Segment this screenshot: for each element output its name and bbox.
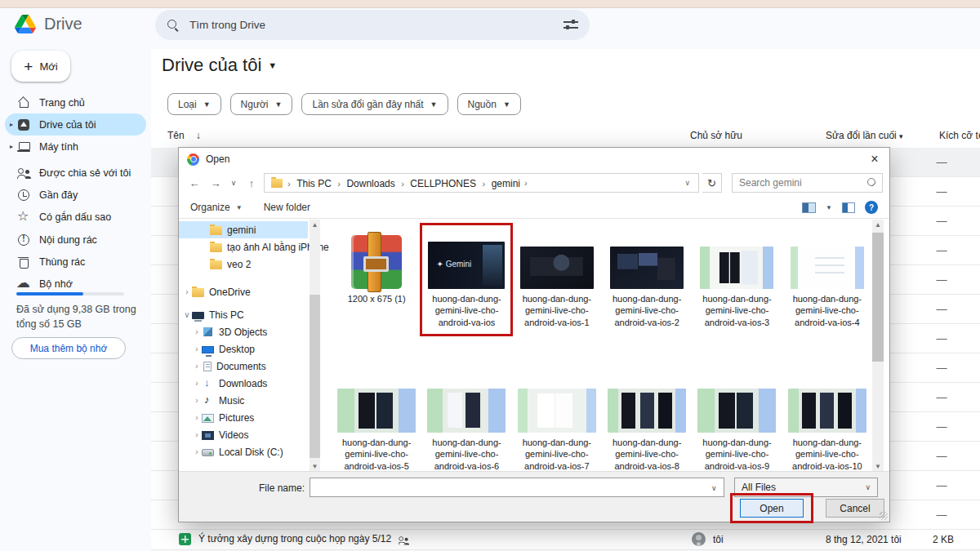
file-item[interactable]: 980 x 551 (1): [332, 226, 421, 370]
sidebar-item[interactable]: Được chia sẻ với tôi: [5, 162, 146, 184]
file-item[interactable]: huong-dan-dung-gemini-live-cho-android-v…: [693, 226, 781, 370]
address-bar[interactable]: › This PC › Downloads › CELLPHONES: [264, 173, 699, 193]
breadcrumb-item[interactable]: Downloads: [344, 178, 397, 189]
scrollbar-thumb[interactable]: [872, 233, 884, 362]
grid-scrollbar[interactable]: ▲ ▼: [872, 220, 884, 473]
breadcrumb-item[interactable]: gemini: [489, 178, 523, 189]
tree-item[interactable]: › Local Disk (C:): [179, 443, 308, 460]
tree-item[interactable]: › Downloads: [179, 375, 308, 392]
table-row-sheet[interactable]: Ý tưởng xây dựng trong cuộc họp ngày 5/1…: [151, 530, 980, 550]
tree-chevron-icon[interactable]: ›: [192, 327, 202, 336]
tree-item[interactable]: › OneDrive: [179, 283, 308, 300]
sidebar-item-label: Được chia sẻ với tôi: [39, 167, 131, 179]
tree-chevron-icon[interactable]: ›: [192, 447, 202, 456]
tree-chevron-icon[interactable]: ›: [182, 287, 192, 296]
sidebar-item[interactable]: Nội dung rác: [5, 229, 146, 251]
tree-item[interactable]: › Documents: [179, 358, 308, 375]
chevron-down-icon[interactable]: ▼: [826, 204, 832, 211]
file-item[interactable]: huong-dan-dung-gemini-live-cho-android-v…: [513, 370, 601, 473]
tree-chevron-icon[interactable]: ›: [192, 362, 202, 371]
sort-descending-icon[interactable]: ↓: [196, 130, 201, 141]
file-item[interactable]: huong-dan-dung-gemini-live-cho-android-v…: [783, 226, 871, 370]
drive-search-bar[interactable]: Tìm trong Drive: [155, 10, 590, 40]
file-item[interactable]: huong-dan-dung-gemini-live-cho-android-v…: [693, 370, 781, 473]
buy-storage-button[interactable]: Mua thêm bộ nhớ: [11, 337, 126, 359]
preview-pane-icon[interactable]: [842, 202, 855, 213]
sidebar-item[interactable]: ▸ Máy tính: [5, 136, 146, 158]
view-options-icon[interactable]: [802, 202, 816, 213]
file-card: huong-dan-dung-gemini-live-cho-android-v…: [693, 370, 780, 473]
tree-item[interactable]: › Music: [179, 392, 308, 409]
forward-button[interactable]: →: [207, 177, 225, 189]
spreadsheet-icon: [179, 533, 191, 545]
tree-item-icon: [202, 378, 214, 389]
tree-chevron-icon[interactable]: ›: [192, 344, 202, 353]
address-dropdown-chevron[interactable]: ∨: [679, 179, 695, 187]
page-title[interactable]: Drive của tôi ▼: [162, 55, 277, 76]
sidebar-item[interactable]: Bộ nhớ: [5, 273, 146, 295]
filter-chip[interactable]: Lần sửa đổi gần đây nhất ▼: [301, 93, 448, 115]
file-label: huong-dan-dung-gemini-live-cho-android-v…: [786, 293, 869, 328]
tree-scrollbar[interactable]: ▲ ▼: [310, 220, 320, 473]
new-button[interactable]: + Mới: [11, 51, 70, 82]
sidebar-item[interactable]: Có gắn dấu sao: [5, 206, 146, 228]
sidebar-item[interactable]: Trang chủ: [5, 91, 146, 113]
file-item[interactable]: ✦ Gemini huong-dan-dung-gemini-live-cho-…: [422, 226, 510, 370]
tree-item[interactable]: tạo ảnh AI bằng iPhone: [179, 238, 308, 256]
dialog-title-bar[interactable]: Open: [179, 148, 889, 171]
tree-item[interactable]: › Desktop: [179, 340, 308, 358]
tree-item[interactable]: › Videos: [179, 426, 308, 443]
tree-item[interactable]: gemini: [179, 221, 308, 238]
organize-button[interactable]: Organize ▼: [190, 202, 243, 213]
file-thumbnail: ✦ Gemini: [428, 242, 505, 289]
cancel-button[interactable]: Cancel: [826, 499, 884, 518]
file-name-input[interactable]: [310, 478, 724, 497]
tree-chevron-icon[interactable]: ›: [192, 379, 202, 388]
column-owner[interactable]: Chủ sở hữu: [690, 130, 742, 141]
tree-item-label: gemini: [227, 224, 256, 236]
refresh-icon[interactable]: ↻: [702, 173, 722, 193]
column-name[interactable]: Tên ↓: [167, 130, 201, 141]
scroll-up-icon[interactable]: ▲: [310, 220, 320, 231]
close-icon[interactable]: ×: [865, 150, 884, 168]
up-button[interactable]: ↑: [243, 177, 261, 189]
search-filters-icon[interactable]: [564, 19, 578, 32]
tree-item[interactable]: ∨ This PC: [179, 306, 308, 323]
column-size[interactable]: Kích cỡ tệ: [939, 130, 980, 141]
filter-chip[interactable]: Nguồn ▼: [457, 93, 521, 115]
breadcrumb-item[interactable]: This PC: [294, 178, 334, 189]
file-item[interactable]: huong-dan-dung-gemini-live-cho-android-v…: [603, 370, 691, 473]
column-modified[interactable]: Sửa đổi lần cuối ▾: [826, 130, 903, 141]
breadcrumb-item[interactable]: CELLPHONES: [408, 178, 479, 189]
file-item[interactable]: huong-dan-dung-gemini-live-cho-android-v…: [513, 226, 601, 370]
tree-item[interactable]: › 3D Objects: [179, 323, 308, 340]
new-folder-button[interactable]: New folder: [264, 202, 310, 213]
scrollbar-thumb[interactable]: [310, 295, 320, 458]
filter-chip[interactable]: Người ▼: [230, 93, 293, 115]
recent-locations-chevron[interactable]: ∨: [228, 179, 239, 187]
resize-grip[interactable]: [880, 512, 888, 520]
expander-icon[interactable]: ▸: [7, 143, 16, 150]
tree-chevron-icon[interactable]: ∨: [182, 310, 192, 319]
tree-item[interactable]: › Pictures: [179, 409, 308, 426]
scroll-up-icon[interactable]: ▲: [872, 220, 884, 231]
sidebar-item[interactable]: ▸ Drive của tôi: [5, 113, 146, 136]
help-icon[interactable]: ?: [865, 201, 878, 214]
dialog-search-box[interactable]: Search gemini: [732, 173, 883, 193]
open-button[interactable]: Open: [740, 499, 804, 518]
filter-chip[interactable]: Loại ▼: [167, 93, 221, 115]
tree-chevron-icon[interactable]: ›: [192, 430, 202, 439]
file-item[interactable]: huong-dan-dung-gemini-live-cho-android-v…: [332, 370, 421, 473]
file-name-dropdown-chevron[interactable]: ∨: [711, 484, 717, 492]
back-button[interactable]: ←: [185, 177, 203, 189]
size-cell: —: [929, 273, 954, 286]
file-item[interactable]: huong-dan-dung-gemini-live-cho-android-v…: [422, 370, 510, 473]
file-item[interactable]: huong-dan-dung-gemini-live-cho-android-v…: [603, 226, 691, 370]
tree-item[interactable]: veo 2: [179, 256, 308, 273]
tree-chevron-icon[interactable]: ›: [192, 413, 202, 422]
tree-chevron-icon[interactable]: ›: [192, 396, 202, 405]
sidebar-item[interactable]: Thùng rác: [5, 251, 146, 273]
file-item[interactable]: huong-dan-dung-gemini-live-cho-android-v…: [783, 370, 871, 473]
expander-icon[interactable]: ▸: [7, 121, 16, 128]
sidebar-item[interactable]: Gần đây: [5, 184, 146, 206]
